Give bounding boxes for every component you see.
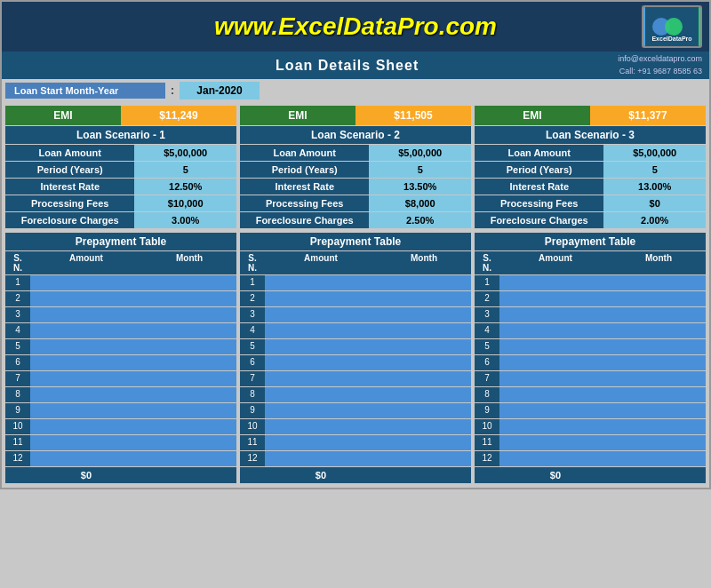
amt-2-12[interactable]: [265, 451, 377, 466]
amt-1-6[interactable]: [30, 355, 142, 370]
amt-1-5[interactable]: [30, 339, 142, 354]
detail-value-3-2[interactable]: 13.00%: [603, 179, 706, 195]
amt-2-2[interactable]: [265, 291, 377, 306]
amt-1-4[interactable]: [30, 323, 142, 338]
month-1-11[interactable]: [142, 435, 236, 450]
header-banner: www.ExcelDataPro.com ExcelDataPro: [2, 2, 709, 52]
detail-value-1-3[interactable]: $10,000: [134, 195, 236, 211]
month-3-11[interactable]: [611, 435, 706, 450]
month-3-8[interactable]: [611, 387, 706, 402]
month-3-6[interactable]: [611, 355, 706, 370]
month-2-12[interactable]: [377, 451, 471, 466]
month-3-3[interactable]: [611, 307, 706, 322]
month-2-4[interactable]: [377, 323, 471, 338]
amt-1-11[interactable]: [30, 435, 142, 450]
detail-value-3-0[interactable]: $5,00,000: [603, 145, 706, 161]
amt-1-8[interactable]: [30, 387, 142, 402]
sn-1-3: 3: [5, 307, 30, 322]
amt-2-10[interactable]: [265, 419, 377, 434]
prepay-row-1-3: 3: [5, 307, 236, 322]
month-2-3[interactable]: [377, 307, 471, 322]
amt-3-3[interactable]: [499, 307, 611, 322]
prepay-row-3-9: 9: [475, 403, 706, 418]
detail-value-1-1[interactable]: 5: [134, 162, 236, 178]
amt-3-9[interactable]: [499, 403, 611, 418]
amt-1-9[interactable]: [30, 403, 142, 418]
amt-3-1[interactable]: [499, 275, 611, 290]
month-3-4[interactable]: [611, 323, 706, 338]
month-3-9[interactable]: [611, 403, 706, 418]
detail-value-2-1[interactable]: 5: [369, 162, 471, 178]
detail-value-1-4[interactable]: 3.00%: [134, 212, 236, 228]
month-1-5[interactable]: [142, 339, 236, 354]
prepay-row-2-10: 10: [240, 419, 471, 434]
amt-2-6[interactable]: [265, 355, 377, 370]
month-1-2[interactable]: [142, 291, 236, 306]
month-2-6[interactable]: [377, 355, 471, 370]
month-3-12[interactable]: [611, 451, 706, 466]
amt-1-2[interactable]: [30, 291, 142, 306]
month-2-5[interactable]: [377, 339, 471, 354]
detail-value-2-2[interactable]: 13.50%: [369, 179, 471, 195]
amt-1-3[interactable]: [30, 307, 142, 322]
amt-2-11[interactable]: [265, 435, 377, 450]
detail-value-3-1[interactable]: 5: [603, 162, 706, 178]
amt-3-11[interactable]: [499, 435, 611, 450]
amt-1-12[interactable]: [30, 451, 142, 466]
amt-3-7[interactable]: [499, 371, 611, 386]
detail-value-2-3[interactable]: $8,000: [369, 195, 471, 211]
amt-3-4[interactable]: [499, 323, 611, 338]
month-1-4[interactable]: [142, 323, 236, 338]
detail-value-2-0[interactable]: $5,00,000: [369, 145, 471, 161]
amt-2-9[interactable]: [265, 403, 377, 418]
month-1-6[interactable]: [142, 355, 236, 370]
month-1-8[interactable]: [142, 387, 236, 402]
month-2-11[interactable]: [377, 435, 471, 450]
detail-label-1-0: Loan Amount: [5, 145, 134, 161]
prepay-row-2-4: 4: [240, 323, 471, 338]
amt-3-10[interactable]: [499, 419, 611, 434]
month-2-1[interactable]: [377, 275, 471, 290]
month-1-1[interactable]: [142, 275, 236, 290]
month-2-2[interactable]: [377, 291, 471, 306]
detail-value-2-4[interactable]: 2.50%: [369, 212, 471, 228]
month-3-7[interactable]: [611, 371, 706, 386]
amt-2-7[interactable]: [265, 371, 377, 386]
amt-3-12[interactable]: [499, 451, 611, 466]
month-2-7[interactable]: [377, 371, 471, 386]
month-3-5[interactable]: [611, 339, 706, 354]
prepay-row-2-11: 11: [240, 435, 471, 450]
month-2-10[interactable]: [377, 419, 471, 434]
month-1-3[interactable]: [142, 307, 236, 322]
month-2-9[interactable]: [377, 403, 471, 418]
amt-2-3[interactable]: [265, 307, 377, 322]
month-2-8[interactable]: [377, 387, 471, 402]
loan-start-value[interactable]: Jan-2020: [180, 82, 260, 99]
amt-2-1[interactable]: [265, 275, 377, 290]
amt-2-4[interactable]: [265, 323, 377, 338]
detail-label-3-4: Foreclosure Charges: [475, 212, 603, 228]
month-1-12[interactable]: [142, 451, 236, 466]
amt-3-8[interactable]: [499, 387, 611, 402]
amt-2-8[interactable]: [265, 387, 377, 402]
amt-1-7[interactable]: [30, 371, 142, 386]
month-3-1[interactable]: [611, 275, 706, 290]
month-1-10[interactable]: [142, 419, 236, 434]
detail-value-3-3[interactable]: $0: [603, 195, 706, 211]
detail-value-3-4[interactable]: 2.00%: [603, 212, 706, 228]
amt-3-6[interactable]: [499, 355, 611, 370]
amt-3-5[interactable]: [499, 339, 611, 354]
detail-value-1-0[interactable]: $5,00,000: [134, 145, 236, 161]
amt-3-2[interactable]: [499, 291, 611, 306]
detail-value-1-2[interactable]: 12.50%: [134, 179, 236, 195]
month-1-9[interactable]: [142, 403, 236, 418]
detail-label-2-0: Loan Amount: [240, 145, 369, 161]
sn-1-7: 7: [5, 371, 30, 386]
month-3-10[interactable]: [611, 419, 706, 434]
month-3-2[interactable]: [611, 291, 706, 306]
amt-1-10[interactable]: [30, 419, 142, 434]
main-container: www.ExcelDataPro.com ExcelDataPro Loan D…: [0, 0, 711, 489]
month-1-7[interactable]: [142, 371, 236, 386]
amt-1-1[interactable]: [30, 275, 142, 290]
amt-2-5[interactable]: [265, 339, 377, 354]
